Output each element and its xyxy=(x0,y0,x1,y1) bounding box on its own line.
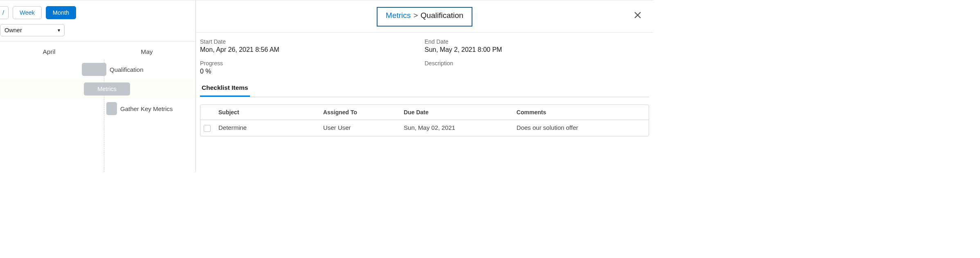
bar-qualification[interactable] xyxy=(82,63,106,76)
progress-value: 0 % xyxy=(200,68,425,75)
tab-checklist-items[interactable]: Checklist Items xyxy=(200,82,250,97)
cell-due-date: Sun, May 02, 2021 xyxy=(404,124,517,131)
calendar-row: Metrics xyxy=(0,79,196,99)
month-header: April May xyxy=(0,42,196,60)
close-button[interactable] xyxy=(632,9,643,21)
breadcrumb-parent-link[interactable]: Metrics xyxy=(386,11,411,20)
partial-button[interactable]: / xyxy=(0,6,9,19)
end-date-label: End Date xyxy=(425,38,649,45)
breadcrumb: Metrics > Qualification xyxy=(377,7,472,27)
breadcrumb-row: Metrics > Qualification xyxy=(196,0,653,33)
start-date-label: Start Date xyxy=(200,38,425,45)
end-date-value: Sun, May 2, 2021 8:00 PM xyxy=(425,46,649,53)
tabs-row: Checklist Items xyxy=(196,78,653,97)
bar-metrics-label: Metrics xyxy=(97,86,117,92)
table-row: Determine User User Sun, May 02, 2021 Do… xyxy=(200,120,649,136)
checklist-table: Subject Assigned To Due Date Comments De… xyxy=(200,105,649,136)
owner-select-label: Owner xyxy=(4,27,22,33)
start-date-field: Start Date Mon, Apr 26, 2021 8:56 AM xyxy=(200,38,425,53)
cell-subject: Determine xyxy=(218,124,323,131)
breadcrumb-separator: > xyxy=(414,11,418,20)
right-pane: Metrics > Qualification Start Date Mon, … xyxy=(196,0,653,172)
end-date-field: End Date Sun, May 2, 2021 8:00 PM xyxy=(425,38,649,53)
col-subject: Subject xyxy=(218,109,323,116)
month-button[interactable]: Month xyxy=(46,6,76,19)
month-label-april: April xyxy=(43,48,55,56)
col-due-date: Due Date xyxy=(404,109,517,116)
left-pane: / Week Month Owner ▾ April May Qualifica… xyxy=(0,0,196,172)
calendar-section: April May Qualification Metrics Gather K… xyxy=(0,41,196,172)
col-assigned-to: Assigned To xyxy=(323,109,404,116)
bar-gather-key-metrics[interactable] xyxy=(106,102,117,115)
progress-field: Progress 0 % xyxy=(200,60,425,75)
chevron-down-icon: ▾ xyxy=(58,27,60,33)
breadcrumb-current: Qualification xyxy=(420,11,463,20)
description-field: Description xyxy=(425,60,649,75)
owner-select[interactable]: Owner ▾ xyxy=(0,24,65,36)
bar-metrics[interactable]: Metrics xyxy=(84,82,130,96)
cell-comments: Does our solution offer xyxy=(517,124,645,131)
cell-assigned-to: User User xyxy=(323,124,404,131)
progress-label: Progress xyxy=(200,60,425,67)
start-date-value: Mon, Apr 26, 2021 8:56 AM xyxy=(200,46,425,53)
detail-grid: Start Date Mon, Apr 26, 2021 8:56 AM End… xyxy=(196,33,653,78)
calendar-row: Gather Key Metrics xyxy=(0,99,196,118)
bar-label-qualification: Qualification xyxy=(110,66,144,73)
calendar-rows: Qualification Metrics Gather Key Metrics xyxy=(0,60,196,172)
owner-select-row: Owner ▾ xyxy=(0,24,196,41)
row-checkbox[interactable] xyxy=(204,125,211,132)
table-header-row: Subject Assigned To Due Date Comments xyxy=(200,105,649,120)
description-label: Description xyxy=(425,60,649,67)
view-toggle-toolbar: / Week Month xyxy=(0,0,196,24)
week-button[interactable]: Week xyxy=(13,6,42,19)
month-label-may: May xyxy=(141,48,153,56)
calendar-row: Qualification xyxy=(0,60,196,79)
col-comments: Comments xyxy=(517,109,645,116)
tabs-underline xyxy=(200,97,649,97)
close-icon xyxy=(633,11,642,20)
bar-label-gather: Gather Key Metrics xyxy=(120,105,173,112)
